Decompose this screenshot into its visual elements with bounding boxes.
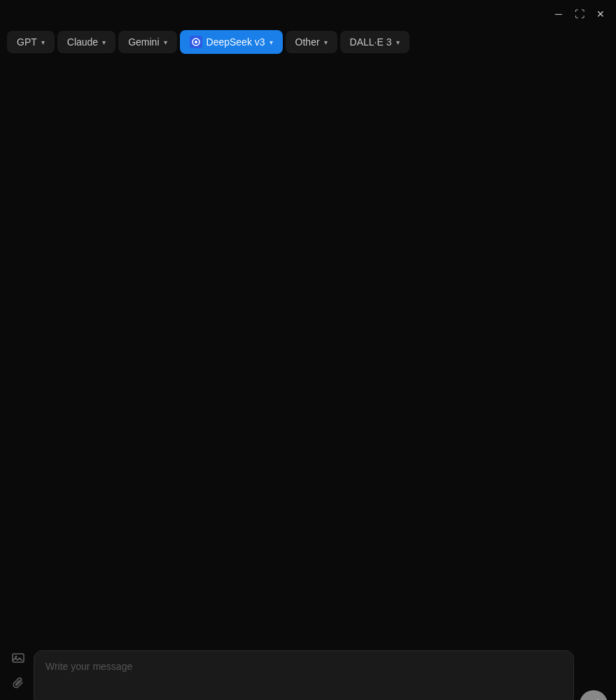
gemini-label: Gemini bbox=[128, 36, 159, 48]
send-button[interactable] bbox=[580, 690, 608, 700]
attach-button[interactable] bbox=[8, 673, 28, 693]
message-input[interactable] bbox=[34, 650, 574, 700]
tab-bar: GPT ▾ Claude ▾ Gemini ▾ DeepSeek v3 ▾ Ot… bbox=[0, 24, 616, 59]
close-button[interactable]: ✕ bbox=[591, 4, 610, 24]
tab-other[interactable]: Other ▾ bbox=[286, 31, 337, 53]
claude-chevron-icon: ▾ bbox=[102, 38, 106, 46]
tab-dalle3[interactable]: DALL·E 3 ▾ bbox=[340, 31, 410, 53]
other-label: Other bbox=[295, 36, 320, 48]
tab-gemini[interactable]: Gemini ▾ bbox=[118, 31, 176, 53]
svg-point-1 bbox=[195, 41, 197, 43]
minimize-button[interactable]: ─ bbox=[549, 4, 568, 24]
other-chevron-icon: ▾ bbox=[324, 38, 328, 46]
input-icons bbox=[8, 645, 28, 700]
image-button[interactable] bbox=[8, 648, 28, 668]
gpt-chevron-icon: ▾ bbox=[41, 38, 45, 46]
chat-area bbox=[0, 66, 616, 630]
deepseek-icon bbox=[190, 36, 202, 48]
tab-claude[interactable]: Claude ▾ bbox=[57, 31, 115, 53]
input-area bbox=[0, 630, 616, 700]
dalle3-label: DALL·E 3 bbox=[350, 36, 392, 48]
gpt-label: GPT bbox=[17, 36, 37, 48]
maximize-button[interactable]: ⛶ bbox=[570, 4, 589, 24]
deepseek-label: DeepSeek v3 bbox=[206, 36, 265, 48]
tab-deepseek[interactable]: DeepSeek v3 ▾ bbox=[180, 30, 283, 54]
input-row bbox=[8, 636, 608, 700]
claude-label: Claude bbox=[67, 36, 98, 48]
tab-gpt[interactable]: GPT ▾ bbox=[7, 31, 55, 53]
title-bar: ─ ⛶ ✕ bbox=[543, 0, 616, 28]
deepseek-chevron-icon: ▾ bbox=[270, 38, 273, 46]
gemini-chevron-icon: ▾ bbox=[164, 38, 167, 46]
dalle3-chevron-icon: ▾ bbox=[396, 38, 400, 46]
